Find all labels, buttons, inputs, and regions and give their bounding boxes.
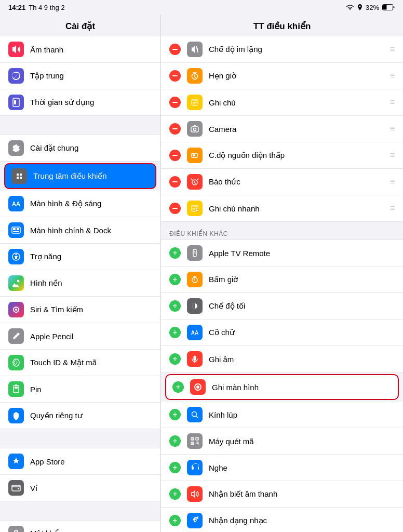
touch-id-label: Touch ID & Mật mã [30, 358, 97, 367]
add-apple-tv-btn[interactable] [169, 247, 181, 259]
svg-point-10 [17, 280, 20, 283]
ctrl-ghi-chu[interactable]: Ghi chú ≡ [161, 89, 403, 116]
add-nhan-dang-nhac-btn[interactable] [169, 515, 181, 526]
sidebar-item-man-hinh-chinh[interactable]: Màn hình chính & Dock [0, 217, 160, 244]
siri-icon [8, 302, 24, 317]
add-kinh-lup-btn[interactable] [169, 409, 181, 420]
add-ghi-man-hinh-btn[interactable] [172, 381, 184, 393]
ctrl-bam-gio[interactable]: Bấm giờ [161, 267, 403, 293]
sidebar-item-cai-dat-chung[interactable]: Cài đặt chung [0, 135, 160, 162]
camera-label: Camera [209, 125, 390, 134]
ghi-am-icon [187, 351, 203, 367]
add-ghi-am-btn[interactable] [169, 353, 181, 365]
vi-label: Ví [30, 484, 37, 493]
che-do-im-lang-label: Chế độ im lặng [209, 45, 390, 54]
drag-handle-ghi-chu[interactable]: ≡ [390, 98, 395, 107]
nhan-dang-nhac-icon [187, 513, 203, 528]
che-do-im-lang-icon [187, 42, 203, 57]
sidebar-item-tro-nang[interactable]: Trợ năng [0, 244, 160, 270]
extra-controls-section-title: ĐIỀU KHIỂN KHÁC [161, 226, 403, 240]
add-nghe-btn[interactable] [169, 462, 181, 473]
thoi-gian-label: Thời gian sử dụng [30, 98, 94, 107]
pin-icon [8, 381, 24, 397]
ctrl-che-do-im-lang[interactable]: Chế độ im lặng ≡ [161, 36, 403, 63]
mat-khau-label: Mật khẩu [30, 529, 63, 532]
svg-point-25 [194, 128, 196, 131]
sidebar-item-trung-tam[interactable]: Trung tâm điều khiển [4, 163, 156, 189]
nhan-biet-am-thanh-label: Nhận biết âm thanh [209, 489, 395, 499]
sidebar-item-pin[interactable]: Pin [0, 376, 160, 403]
sidebar-section-1: Âm thanh Tập trung Thời gian sử dụng [0, 36, 160, 116]
ctrl-apple-tv-remote[interactable]: Apple TV Remote [161, 240, 403, 267]
drag-handle-hen-gio[interactable]: ≡ [390, 71, 395, 81]
ctrl-co-chu[interactable]: AA Cỡ chữ [161, 320, 403, 346]
ctrl-nhan-biet-am-thanh[interactable]: Nhận biết âm thanh [161, 481, 403, 508]
add-may-quet-ma-btn[interactable] [169, 435, 181, 447]
vi-icon [8, 480, 24, 496]
drag-handle-camera[interactable]: ≡ [390, 124, 395, 134]
ctrl-ghi-chu-nhanh[interactable]: Ghi chú nhanh ≡ [161, 195, 403, 222]
mat-khau-icon [8, 526, 24, 532]
sidebar-item-mat-khau[interactable]: Mật khẩu [0, 520, 160, 532]
svg-rect-6 [17, 228, 19, 230]
bao-thuc-icon [187, 174, 203, 190]
trung-tam-label: Trung tâm điều khiển [33, 171, 107, 181]
svg-rect-4 [12, 227, 20, 233]
remove-camera-btn[interactable] [169, 123, 181, 135]
add-co-chu-btn[interactable] [169, 327, 181, 338]
sidebar-item-apple-pencil[interactable]: Apple Pencil [0, 323, 160, 350]
ctrl-nguon-dien-thap[interactable]: C.độ nguồn điện thấp ≡ [161, 142, 403, 169]
sidebar-item-app-store[interactable]: App Store [0, 448, 160, 475]
man-hinh-do-sang-label: Màn hình & Độ sáng [30, 199, 101, 208]
sidebar-item-man-hinh-do-sang[interactable]: AA Màn hình & Độ sáng [0, 191, 160, 217]
ctrl-nghe[interactable]: Nghe [161, 455, 403, 481]
tap-trung-icon [8, 68, 24, 84]
remove-ghi-chu-nhanh-btn[interactable] [169, 203, 181, 214]
svg-rect-7 [13, 231, 19, 232]
sidebar-section-3: App Store Ví [0, 448, 160, 501]
kinh-lup-label: Kính lúp [209, 410, 395, 419]
hen-gio-icon [187, 68, 203, 84]
status-date: Th 4 9 thg 2 [29, 4, 64, 11]
drag-handle-bao-thuc[interactable]: ≡ [390, 177, 395, 187]
add-che-do-toi-btn[interactable] [169, 300, 181, 312]
ctrl-camera[interactable]: Camera ≡ [161, 116, 403, 142]
touch-id-icon [8, 355, 24, 370]
sidebar-item-tap-trung[interactable]: Tập trung [0, 63, 160, 89]
sidebar-item-hinh-nen[interactable]: Hình nền [0, 270, 160, 297]
sidebar-item-touch-id[interactable]: Touch ID & Mật mã [0, 350, 160, 376]
bam-gio-label: Bấm giờ [209, 275, 395, 284]
sidebar-item-vi[interactable]: Ví [0, 475, 160, 501]
man-hinh-do-sang-icon: AA [8, 196, 24, 211]
ctrl-ghi-am[interactable]: Ghi âm [161, 346, 403, 373]
remove-ghi-chu-btn[interactable] [169, 97, 181, 108]
sidebar-item-thoi-gian[interactable]: Thời gian sử dụng [0, 89, 160, 116]
svg-rect-17 [18, 488, 19, 489]
man-hinh-chinh-icon [8, 222, 24, 238]
ctrl-hen-gio[interactable]: Hẹn giờ ≡ [161, 63, 403, 89]
remove-che-do-im-lang-btn[interactable] [169, 44, 181, 55]
ctrl-nhan-dang-nhac[interactable]: Nhận dạng nhạc [161, 508, 403, 532]
sidebar: Cài đặt Âm thanh Tập trung Thời gian sử … [0, 15, 161, 532]
sidebar-item-quyen-rieng-tu[interactable]: Quyền riêng tư [0, 403, 160, 429]
drag-handle-ghi-chu-nhanh[interactable]: ≡ [390, 204, 395, 213]
ctrl-bao-thuc[interactable]: Báo thức ≡ [161, 169, 403, 195]
ctrl-ghi-man-hinh[interactable]: Ghi màn hình [165, 374, 399, 400]
add-nhan-biet-btn[interactable] [169, 488, 181, 500]
ctrl-kinh-lup[interactable]: Kính lúp [161, 402, 403, 428]
sidebar-item-am-thanh[interactable]: Âm thanh [0, 36, 160, 63]
remove-hen-gio-btn[interactable] [169, 70, 181, 82]
ctrl-che-do-toi[interactable]: Chế độ tối [161, 293, 403, 320]
am-thanh-label: Âm thanh [30, 45, 63, 54]
drag-handle-nguon-dien[interactable]: ≡ [390, 151, 395, 160]
remove-nguon-dien-btn[interactable] [169, 150, 181, 161]
add-bam-gio-btn[interactable] [169, 274, 181, 285]
nhan-dang-nhac-label: Nhận dạng nhạc [209, 516, 395, 525]
tro-nang-icon [8, 249, 24, 264]
sidebar-item-siri[interactable]: Siri & Tìm kiếm [0, 297, 160, 323]
drag-handle-che-do-im-lang[interactable]: ≡ [390, 45, 395, 54]
remove-bao-thuc-btn[interactable] [169, 176, 181, 188]
svg-rect-43 [192, 443, 193, 444]
ctrl-may-quet-ma[interactable]: Máy quét mã [161, 428, 403, 455]
status-right: 32% [346, 4, 395, 11]
